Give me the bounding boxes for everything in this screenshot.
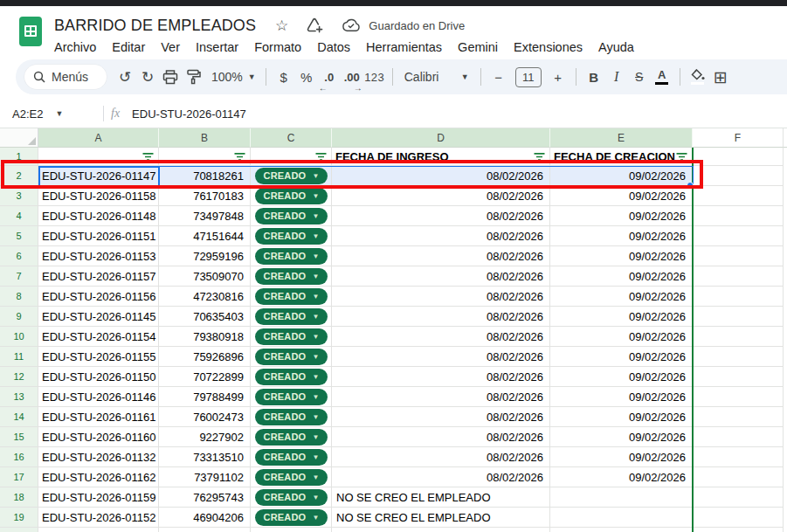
cell-fecha-creacion[interactable]: 09/02/2026 <box>550 327 693 347</box>
italic-button[interactable]: I <box>605 65 628 89</box>
cell-empty[interactable] <box>693 226 784 246</box>
cell-f1[interactable] <box>693 148 784 166</box>
menu-archivo[interactable]: Archivo <box>46 38 104 56</box>
formula-input[interactable]: EDU-STU-2026-01147 <box>132 107 246 121</box>
cell-employee-id[interactable]: EDU-STU-2026-01152 <box>38 508 159 528</box>
cell-employee-id[interactable]: EDU-STU-2026-01154 <box>38 327 159 347</box>
cell-fecha-creacion[interactable] <box>550 508 693 528</box>
cell-fecha-creacion[interactable]: 09/02/2026 <box>550 427 693 447</box>
redo-button[interactable]: ↻ <box>136 65 159 89</box>
cell-empty[interactable] <box>693 266 784 287</box>
star-icon[interactable]: ☆ <box>275 18 288 33</box>
cell-employee-id[interactable]: EDU-STU-2026-01146 <box>38 387 159 407</box>
cell-fecha-ingreso[interactable]: 08/02/2026 <box>332 266 550 287</box>
cell-document-number[interactable]: 9227902 <box>159 427 251 447</box>
zoom-select[interactable]: 100%▼ <box>208 65 259 89</box>
cell-document-number[interactable]: 73313510 <box>159 447 251 467</box>
menu-ayuda[interactable]: Ayuda <box>590 38 642 56</box>
move-to-drive-icon[interactable] <box>306 17 323 33</box>
status-dropdown-chip[interactable]: CREADO▼ <box>255 369 328 385</box>
row-number[interactable]: 2 <box>0 166 38 186</box>
cell-empty[interactable] <box>693 206 784 226</box>
row-number[interactable]: 12 <box>0 367 38 387</box>
cell-empty[interactable] <box>693 246 784 266</box>
bold-button[interactable]: B <box>583 65 605 89</box>
cell-status[interactable]: CREADO▼ <box>251 347 332 367</box>
cell-fecha-ingreso[interactable]: 08/02/2026 <box>332 186 550 206</box>
cell-employee-id[interactable]: EDU-STU-2026-01150 <box>38 367 159 387</box>
cell-status[interactable]: CREADO▼ <box>251 206 332 226</box>
cell-c1[interactable] <box>251 148 332 166</box>
print-button[interactable] <box>159 65 182 89</box>
status-dropdown-chip[interactable]: CREADO▼ <box>255 489 328 506</box>
cell-document-number[interactable]: 76002473 <box>159 407 251 427</box>
cell-document-number[interactable]: 70722899 <box>159 367 251 387</box>
cell-status[interactable]: CREADO▼ <box>251 387 332 407</box>
cell-document-number[interactable]: 72959196 <box>159 246 251 266</box>
cell-empty[interactable] <box>693 487 784 508</box>
row-number[interactable]: 14 <box>0 407 38 427</box>
cell-fecha-ingreso[interactable]: 08/02/2026 <box>332 367 550 387</box>
column-header-c[interactable]: C <box>251 128 332 148</box>
cell-document-number[interactable]: 70635403 <box>159 307 251 327</box>
cell-status[interactable]: CREADO▼ <box>251 166 332 186</box>
cell-employee-id[interactable]: EDU-STU-2026-01158 <box>38 186 159 206</box>
cell-status[interactable]: CREADO▼ <box>251 447 332 467</box>
menus-search[interactable]: Menús <box>24 65 107 89</box>
cell-status[interactable]: CREADO▼ <box>251 327 332 347</box>
row-number[interactable]: 1 <box>0 148 38 166</box>
row-number[interactable]: 19 <box>0 508 38 528</box>
cell-document-number[interactable]: 73791102 <box>159 467 251 487</box>
cell-document-number[interactable]: 47151644 <box>159 226 251 246</box>
decrease-decimals-button[interactable]: .0← <box>318 65 341 89</box>
saved-cloud-icon[interactable] <box>341 18 361 32</box>
cell-status[interactable]: CREADO▼ <box>251 487 332 508</box>
cell-fecha-ingreso[interactable]: 08/02/2026 <box>332 347 550 367</box>
cell-document-number[interactable]: 79380918 <box>159 327 251 347</box>
cell-fecha-creacion[interactable]: 09/02/2026 <box>550 367 693 387</box>
cell-status[interactable] <box>251 528 332 532</box>
row-number[interactable]: 17 <box>0 467 38 487</box>
cell-fecha-ingreso[interactable]: NO SE CREO EL EMPLEADO <box>332 487 550 508</box>
cell-empty[interactable] <box>693 367 784 387</box>
row-number[interactable] <box>0 528 38 532</box>
cell-employee-id[interactable]: EDU-STU-2026-01145 <box>38 307 159 327</box>
row-number[interactable]: 11 <box>0 347 38 367</box>
cell-empty[interactable] <box>693 347 784 367</box>
cell-fecha-creacion[interactable]: 09/02/2026 <box>550 206 693 226</box>
cell-fecha-creacion[interactable]: 09/02/2026 <box>550 166 693 186</box>
status-dropdown-chip[interactable]: CREADO▼ <box>255 429 328 446</box>
menu-formato[interactable]: Formato <box>246 38 309 56</box>
cell-employee-id[interactable]: EDU-STU-2026-01156 <box>38 287 159 307</box>
cell-employee-id[interactable]: EDU-STU-2026-01160 <box>38 427 159 447</box>
menu-datos[interactable]: Datos <box>309 38 358 56</box>
name-box[interactable]: A2:E2▼ <box>12 107 96 121</box>
format-percent-button[interactable]: % <box>295 65 318 89</box>
cell-fecha-creacion[interactable]: 09/02/2026 <box>550 307 693 327</box>
status-dropdown-chip[interactable]: CREADO▼ <box>255 469 328 486</box>
menu-extensiones[interactable]: Extensiones <box>506 38 590 56</box>
decrease-font-size-button[interactable]: − <box>487 65 510 89</box>
cell-fecha-ingreso[interactable]: 08/02/2026 <box>332 407 550 427</box>
cell-e1[interactable]: FECHA DE CREACION <box>550 148 693 166</box>
cell-employee-id[interactable]: EDU-STU-2026-01147 <box>38 166 159 186</box>
cell-status[interactable]: CREADO▼ <box>251 266 332 287</box>
document-title[interactable]: BARRIDO DE EMPLEADOS <box>54 17 256 35</box>
status-dropdown-chip[interactable]: CREADO▼ <box>255 308 328 325</box>
cell-fecha-ingreso[interactable]: 08/02/2026 <box>332 387 550 407</box>
cell-status[interactable]: CREADO▼ <box>251 246 332 266</box>
row-number[interactable]: 13 <box>0 387 38 407</box>
cell-employee-id[interactable] <box>38 528 159 532</box>
cell-empty[interactable] <box>693 287 784 307</box>
menu-gemini[interactable]: Gemini <box>450 38 506 56</box>
cell-employee-id[interactable]: EDU-STU-2026-01153 <box>38 246 159 266</box>
menu-insertar[interactable]: Insertar <box>188 38 246 56</box>
font-select[interactable]: Calibri▼ <box>399 65 474 89</box>
cell-fecha-ingreso[interactable]: 08/02/2026 <box>332 307 550 327</box>
cell-status[interactable]: CREADO▼ <box>251 367 332 387</box>
cell-b1[interactable] <box>159 148 251 166</box>
increase-font-size-button[interactable]: + <box>547 65 570 89</box>
cell-fecha-ingreso[interactable] <box>332 528 550 532</box>
cell-status[interactable]: CREADO▼ <box>251 467 332 487</box>
menu-herramientas[interactable]: Herramientas <box>358 38 450 56</box>
